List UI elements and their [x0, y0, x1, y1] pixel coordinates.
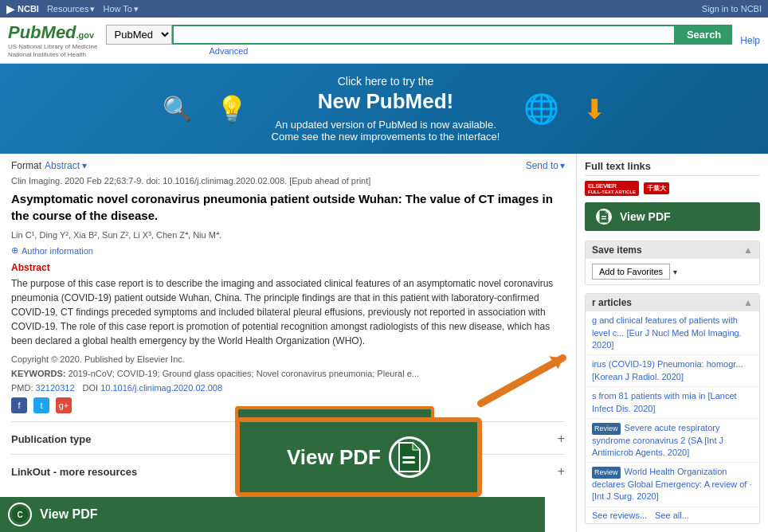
related-article-1[interactable]: g and clinical features of patients with…	[586, 311, 759, 355]
pubmed-logo: PubMed .gov US National Library of Medic…	[8, 22, 98, 58]
related-article-2[interactable]: irus (COVID-19) Pneumonia: homogr... [Ko…	[586, 355, 759, 387]
top-nav: ▶ NCBI Resources ▾ How To ▾ Sign in to N…	[0, 0, 768, 18]
related-scroll-up[interactable]: ▲	[743, 297, 753, 308]
view-pdf-sidebar-icon	[594, 207, 613, 226]
banner-magnify-icon: 🔍	[163, 95, 192, 123]
related-review-1[interactable]: Review Severe acute respiratory syndrome…	[586, 419, 759, 463]
ncbi-logo: ▶ NCBI	[6, 3, 39, 15]
save-items-section: Save items ▲ Add to Favorites ▾	[585, 241, 760, 285]
svg-marker-1	[605, 211, 608, 213]
send-to[interactable]: Send to ▾	[526, 160, 565, 171]
ncbi-label: NCBI	[18, 4, 39, 14]
banner-subtitle-line1: An updated version of PubMed is now avai…	[272, 119, 500, 131]
sidebar: Full text links ELSEVIER FULL-TEXT ARTIC…	[577, 154, 768, 532]
related-article-3[interactable]: s from 81 patients with mia in [Lancet I…	[586, 387, 759, 419]
new-pubmed-banner[interactable]: 🔍 💡 Click here to try the New PubMed! An…	[0, 64, 768, 154]
logo-subtitle-line1: US National Library of Medicine	[8, 43, 98, 51]
full-text-links-title: Full text links	[585, 160, 760, 176]
full-text-links-section: Full text links ELSEVIER FULL-TEXT ARTIC…	[585, 160, 760, 231]
svg-rect-13	[402, 461, 415, 464]
favorites-dropdown-arrow[interactable]: ▾	[673, 268, 677, 276]
doi-link[interactable]: 10.1016/j.clinimag.2020.02.008	[100, 383, 222, 393]
abstract-text: The purpose of this case report is to de…	[11, 276, 565, 348]
pmd-link[interactable]: 32120312	[36, 383, 75, 393]
article-title: Asymptomatic novel coronavirus pneumonia…	[11, 190, 565, 224]
sidebar-view-pdf-button[interactable]: View PDF	[585, 202, 760, 231]
signin-link[interactable]: Sign in to NCBI	[702, 4, 762, 14]
bottom-view-pdf-button[interactable]: View PDF	[40, 507, 98, 522]
search-area: PubMed Search Advanced	[106, 25, 733, 56]
logo-subtitle-line2: National Institutes of Health	[8, 51, 98, 59]
big-view-pdf-text: View PDF	[287, 445, 381, 470]
see-all-link[interactable]: See all...	[655, 510, 689, 520]
search-select[interactable]: PubMed	[106, 25, 172, 45]
related-review-2[interactable]: Review World Health Organization declare…	[586, 463, 759, 507]
pub-type-expand-icon[interactable]: +	[558, 432, 565, 446]
banner-title: New PubMed!	[272, 89, 500, 114]
svg-text:C: C	[17, 510, 22, 519]
search-input[interactable]	[172, 25, 676, 45]
big-view-pdf-overlay[interactable]: View PDF	[235, 417, 482, 497]
arrow-pointer-overlay	[470, 349, 574, 413]
banner-globe-icon: 🌐	[523, 92, 559, 126]
format-value[interactable]: Abstract ▾	[45, 160, 87, 171]
howto-link[interactable]: How To ▾	[103, 4, 138, 14]
format-label: Format	[11, 160, 41, 171]
help-link[interactable]: Help	[740, 35, 760, 46]
logo-gov-text: .gov	[76, 30, 95, 40]
format-bar: Format Abstract ▾ Send to ▾	[11, 160, 565, 171]
related-articles-header: r articles ▲	[586, 294, 759, 311]
article-authors: Lin C¹, Ding Y², Xia B², Sun Z², Li X³, …	[11, 230, 565, 241]
svg-marker-11	[413, 443, 420, 450]
logo-pubmed-text: PubMed	[8, 22, 76, 43]
author-info-toggle[interactable]: ⊕ Author information	[11, 245, 565, 256]
bottom-elsevier-icon: C	[8, 503, 32, 526]
resources-link[interactable]: Resources ▾	[47, 4, 96, 14]
big-view-pdf-icon	[389, 436, 430, 478]
save-items-header: Save items ▲	[586, 241, 759, 259]
add-favorites-button[interactable]: Add to Favorites	[592, 264, 670, 280]
banner-head-icon: 💡	[216, 94, 248, 124]
facebook-share-icon[interactable]: f	[11, 397, 27, 413]
top-nav-left: ▶ NCBI Resources ▾ How To ▾	[6, 3, 139, 15]
svg-rect-3	[601, 218, 606, 220]
abstract-heading: Abstract	[11, 262, 565, 273]
save-items-scroll-up[interactable]: ▲	[743, 244, 753, 256]
advanced-link[interactable]: Advanced	[210, 46, 249, 56]
twitter-share-icon[interactable]: t	[33, 397, 49, 413]
chida-badge[interactable]: 千葉大	[644, 182, 669, 194]
googleplus-share-icon[interactable]: g+	[56, 397, 72, 413]
header: PubMed .gov US National Library of Medic…	[0, 18, 768, 64]
linkout-expand-icon[interactable]: +	[558, 464, 565, 479]
banner-subtitle-line2: Come see the new improvements to the int…	[272, 131, 500, 143]
banner-arrow-icon: ⬇	[583, 93, 605, 125]
banner-click-text: Click here to try the	[272, 75, 500, 88]
svg-rect-2	[601, 216, 606, 217]
svg-rect-12	[402, 456, 415, 459]
related-articles-section: r articles ▲ g and clinical features of …	[585, 293, 760, 523]
search-button[interactable]: Search	[676, 25, 732, 45]
article-citation: Clin Imaging. 2020 Feb 22;63:7-9. doi: 1…	[11, 176, 565, 186]
see-reviews-link[interactable]: See reviews...	[592, 510, 647, 520]
bottom-bar: C View PDF	[0, 497, 545, 532]
elsevier-badge[interactable]: ELSEVIER FULL-TEXT ARTICLE	[585, 181, 639, 196]
full-text-badges: ELSEVIER FULL-TEXT ARTICLE 千葉大	[585, 181, 760, 196]
